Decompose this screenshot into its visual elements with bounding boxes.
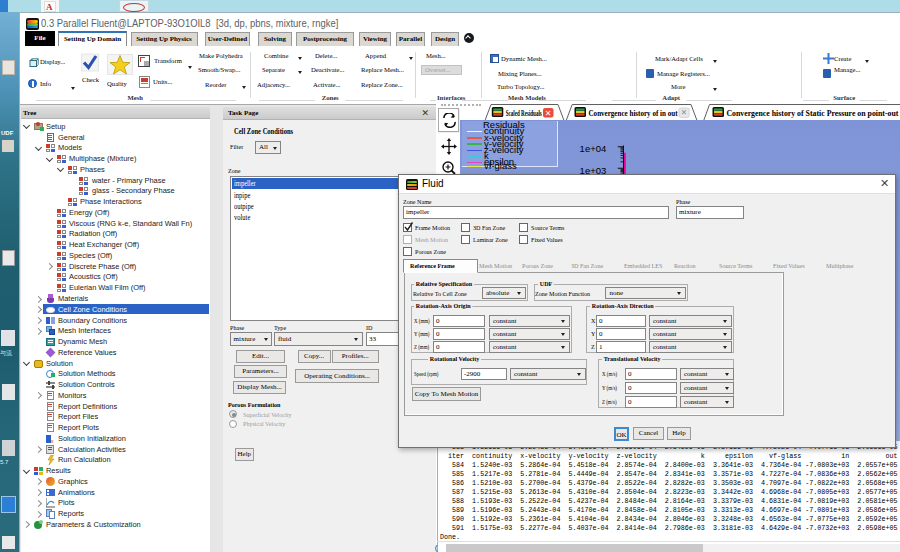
svg-text:Convergence history of Static: Convergence history of Static Pressure o… — [726, 109, 899, 118]
svg-text:✕: ✕ — [681, 108, 687, 117]
svg-text:Convergence history of in out: Convergence history of in out — [589, 109, 678, 118]
svg-text:Scaled Residuals: Scaled Residuals — [506, 109, 542, 118]
svg-text:✕: ✕ — [545, 109, 552, 118]
